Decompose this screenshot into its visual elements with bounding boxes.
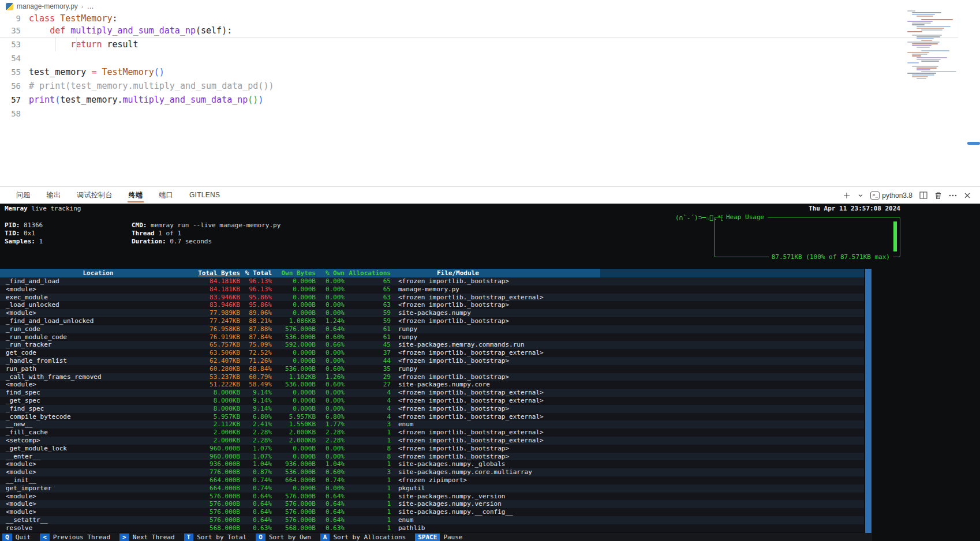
shortcut-label: Quit: [16, 534, 31, 541]
minimap-line: [912, 43, 938, 44]
shortcut-label: Sort by Allocations: [333, 534, 406, 541]
minimap-line: [912, 55, 921, 57]
memray-keybinding-bar: QQuit<Previous Thread>Next ThreadTSort b…: [0, 533, 872, 541]
memray-title: Memray live tracking: [5, 205, 81, 213]
heap-usage-bar: [893, 221, 897, 251]
shortcut-key: A: [320, 534, 330, 541]
vscode-window: manage-memory.py › … 9class TestMemory:3…: [0, 0, 980, 541]
overview-ruler-decoration: [967, 142, 980, 145]
shortcut-label: Sort by Own: [269, 534, 311, 541]
kill-terminal-button[interactable]: [934, 191, 942, 200]
memray-stat-line: PID: 81366CMD: memray run --live manage-…: [5, 221, 280, 230]
line-number[interactable]: 54: [0, 51, 29, 65]
minimap-line: [907, 21, 933, 22]
minimap-line: [907, 10, 915, 12]
shortcut-key: <: [40, 534, 50, 541]
breadcrumb-more[interactable]: …: [87, 2, 94, 10]
table-row: exec_module83.946KB95.86%0.000B0.00%63<f…: [0, 294, 864, 302]
line-number[interactable]: 53: [0, 37, 29, 51]
minimap-line: [921, 40, 932, 41]
code-line[interactable]: 35 def multiply_and_sum_data_np(self):: [0, 25, 958, 37]
minimap-line: [917, 78, 926, 79]
code-line[interactable]: 9class TestMemory:: [0, 13, 958, 25]
line-number[interactable]: 35: [0, 25, 29, 37]
panel-tab-端口[interactable]: 端口: [151, 187, 181, 204]
terminal-profile[interactable]: >_ python3.8: [870, 191, 912, 200]
minimap-line: [912, 54, 927, 55]
close-panel-button[interactable]: [964, 192, 971, 199]
code-text: return result: [29, 37, 958, 51]
breadcrumb-file[interactable]: manage-memory.py: [17, 2, 78, 10]
editor-pane[interactable]: manage-memory.py › … 9class TestMemory:3…: [0, 0, 980, 186]
minimap-line: [921, 61, 939, 62]
new-terminal-button[interactable]: [843, 191, 851, 200]
table-row: _handle_fromlist62.407KB71.26%0.000B0.00…: [0, 357, 864, 365]
minimap-line: [912, 22, 931, 24]
terminal-dropdown-chevron-icon[interactable]: [858, 193, 863, 198]
code-line[interactable]: 55test_memory = TestMemory(): [0, 65, 958, 79]
minimap-line: [917, 59, 941, 60]
indent-guide: [55, 37, 56, 51]
panel-tab-问题[interactable]: 问题: [8, 187, 39, 204]
breadcrumb[interactable]: manage-memory.py › …: [6, 0, 94, 13]
heap-usage-panel: Heap Usage 87.571KB (100% of 87.571KB ma…: [714, 217, 900, 257]
line-number[interactable]: 56: [0, 79, 29, 93]
shortcut-label: Sort by Total: [197, 534, 246, 541]
terminal-output[interactable]: Memray live tracking Thu Apr 11 23:57:08…: [0, 204, 980, 541]
table-row: _find_and_load84.181KB96.13%0.000B0.00%6…: [0, 277, 864, 285]
code-area[interactable]: 9class TestMemory:35 def multiply_and_su…: [0, 13, 958, 121]
allocation-table: LocationTotal Bytes% TotalOwn Bytes% Own…: [0, 269, 864, 532]
table-row: <module>936.000B1.04%936.000B1.04%1site-…: [0, 460, 864, 468]
minimap-line: [917, 38, 934, 39]
minimap-line: [917, 16, 933, 17]
code-line[interactable]: 58: [0, 107, 958, 121]
line-number[interactable]: 9: [0, 13, 29, 25]
minimap-line: [917, 57, 947, 58]
code-text: # print(test_memory.multiply_and_sum_dat…: [29, 79, 958, 93]
table-row: <setcomp>2.000KB2.28%2.000KB2.28%1<froze…: [0, 437, 864, 445]
allocation-table-body: _find_and_load84.181KB96.13%0.000B0.00%6…: [0, 277, 864, 532]
table-row: <module>576.000B0.64%576.000B0.64%1site-…: [0, 500, 864, 508]
code-text: class TestMemory:: [29, 13, 958, 25]
shortcut-label: Pause: [443, 534, 462, 541]
code-line[interactable]: 53 return result: [0, 37, 958, 51]
table-row: <module>84.181KB96.13%0.000B0.00%65manag…: [0, 285, 864, 294]
panel-tab-终端[interactable]: 终端: [121, 187, 151, 204]
column-header: Total Bytes: [190, 269, 240, 277]
allocation-table-header: LocationTotal Bytes% TotalOwn Bytes% Own…: [0, 269, 864, 277]
table-row: <module>776.000B0.87%536.000B0.60%3site-…: [0, 468, 864, 476]
indent-guide: [76, 37, 77, 51]
minimap-line: [907, 31, 922, 32]
minimap-line: [912, 76, 928, 77]
table-scrollbar[interactable]: [865, 269, 871, 533]
code-lines[interactable]: 53 return result5455test_memory = TestMe…: [0, 37, 958, 121]
sticky-scroll: 9class TestMemory:35 def multiply_and_su…: [0, 13, 958, 37]
table-row: _get_spec8.000KB9.14%0.000B0.00%4<frozen…: [0, 397, 864, 405]
table-row: _compile_bytecode5.957KB6.80%5.957KB6.80…: [0, 413, 864, 421]
line-number[interactable]: 58: [0, 107, 29, 121]
line-number[interactable]: 55: [0, 65, 29, 79]
panel-tab-输出[interactable]: 输出: [39, 187, 69, 204]
code-text: [29, 107, 958, 121]
table-row: _fill_cache2.000KB2.28%2.000KB2.28%1<fro…: [0, 429, 864, 437]
panel-tab-调试控制台[interactable]: 调试控制台: [69, 187, 121, 204]
split-terminal-button[interactable]: [919, 191, 927, 199]
minimap-line: [907, 52, 929, 53]
memray-stat-line: Samples: 1Duration: 0.7 seconds: [5, 238, 212, 246]
more-actions-button[interactable]: [949, 194, 957, 197]
panel-tab-GITLENS[interactable]: GITLENS: [181, 187, 228, 204]
minimap-line: [907, 62, 919, 63]
table-row: __init__664.000B0.74%664.000B0.74%1<froz…: [0, 476, 864, 484]
minimap[interactable]: [907, 10, 953, 85]
code-line[interactable]: 56# print(test_memory.multiply_and_sum_d…: [0, 79, 958, 93]
line-number[interactable]: 57: [0, 93, 29, 107]
minimap-line: [921, 50, 949, 51]
column-header: File/Module: [391, 269, 864, 277]
table-row: _load_unlocked83.946KB95.86%0.000B0.00%6…: [0, 301, 864, 309]
code-line[interactable]: 54: [0, 51, 958, 65]
table-row: _get_module_lock960.000B1.07%0.000B0.00%…: [0, 445, 864, 453]
minimap-line: [917, 67, 937, 69]
minimap-line: [907, 42, 940, 43]
column-header: Allocations: [345, 269, 391, 277]
code-line[interactable]: 57print(test_memory.multiply_and_sum_dat…: [0, 93, 958, 107]
